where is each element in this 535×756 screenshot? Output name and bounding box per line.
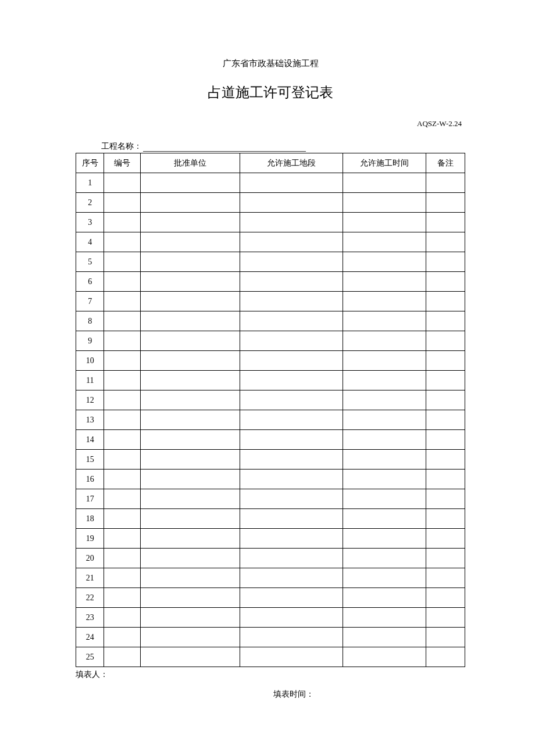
cell-seq: 12 — [76, 390, 104, 410]
cell-approver — [141, 608, 240, 628]
cell-location — [240, 193, 343, 213]
table-row: 25 — [76, 647, 465, 667]
cell-note — [426, 489, 465, 509]
cell-seq: 2 — [76, 193, 104, 213]
cell-seq: 15 — [76, 450, 104, 470]
cell-approver — [141, 311, 240, 331]
cell-location — [240, 311, 343, 331]
cell-time — [343, 213, 426, 232]
cell-num — [104, 371, 141, 390]
table-row: 4 — [76, 232, 465, 252]
cell-location — [240, 489, 343, 509]
cell-time — [343, 628, 426, 647]
table-row: 9 — [76, 331, 465, 351]
cell-time — [343, 430, 426, 450]
cell-location — [240, 608, 343, 628]
cell-seq: 13 — [76, 410, 104, 430]
cell-location — [240, 272, 343, 292]
cell-num — [104, 549, 141, 568]
cell-note — [426, 232, 465, 252]
cell-num — [104, 509, 141, 529]
registration-table: 序号 编号 批准单位 允许施工地段 允许施工时间 备注 123456789101… — [76, 153, 465, 667]
col-header-note: 备注 — [426, 153, 465, 173]
cell-note — [426, 450, 465, 470]
cell-approver — [141, 272, 240, 292]
cell-num — [104, 430, 141, 450]
cell-time — [343, 509, 426, 529]
cell-note — [426, 628, 465, 647]
cell-approver — [141, 232, 240, 252]
cell-approver — [141, 351, 240, 371]
cell-note — [426, 371, 465, 390]
cell-time — [343, 331, 426, 351]
table-row: 22 — [76, 588, 465, 608]
document-code: AQSZ-W-2.24 — [76, 119, 465, 128]
table-row: 10 — [76, 351, 465, 371]
cell-location — [240, 568, 343, 588]
table-row: 11 — [76, 371, 465, 390]
cell-note — [426, 351, 465, 371]
cell-seq: 5 — [76, 252, 104, 272]
cell-approver — [141, 647, 240, 667]
table-row: 5 — [76, 252, 465, 272]
cell-approver — [141, 450, 240, 470]
cell-seq: 3 — [76, 213, 104, 232]
cell-seq: 16 — [76, 470, 104, 489]
cell-location — [240, 351, 343, 371]
document-subtitle: 广东省市政基础设施工程 — [76, 58, 465, 69]
cell-note — [426, 272, 465, 292]
document-title: 占道施工许可登记表 — [76, 83, 465, 102]
cell-seq: 11 — [76, 371, 104, 390]
cell-seq: 21 — [76, 568, 104, 588]
cell-approver — [141, 213, 240, 232]
cell-seq: 8 — [76, 311, 104, 331]
cell-location — [240, 410, 343, 430]
project-name-label: 工程名称： — [101, 142, 142, 151]
cell-location — [240, 470, 343, 489]
cell-seq: 25 — [76, 647, 104, 667]
cell-note — [426, 213, 465, 232]
cell-time — [343, 489, 426, 509]
cell-num — [104, 292, 141, 311]
cell-note — [426, 470, 465, 489]
cell-note — [426, 608, 465, 628]
cell-seq: 4 — [76, 232, 104, 252]
cell-location — [240, 292, 343, 311]
cell-approver — [141, 193, 240, 213]
cell-approver — [141, 489, 240, 509]
cell-location — [240, 252, 343, 272]
cell-location — [240, 232, 343, 252]
cell-approver — [141, 588, 240, 608]
cell-seq: 7 — [76, 292, 104, 311]
cell-num — [104, 647, 141, 667]
cell-num — [104, 331, 141, 351]
filler-label: 填表人： — [76, 669, 108, 680]
cell-location — [240, 390, 343, 410]
cell-time — [343, 371, 426, 390]
cell-approver — [141, 430, 240, 450]
cell-seq: 1 — [76, 173, 104, 193]
cell-time — [343, 410, 426, 430]
cell-time — [343, 272, 426, 292]
table-row: 7 — [76, 292, 465, 311]
cell-time — [343, 470, 426, 489]
table-row: 12 — [76, 390, 465, 410]
cell-time — [343, 193, 426, 213]
cell-time — [343, 608, 426, 628]
table-row: 14 — [76, 430, 465, 450]
cell-seq: 23 — [76, 608, 104, 628]
cell-location — [240, 529, 343, 549]
table-row: 2 — [76, 193, 465, 213]
cell-note — [426, 549, 465, 568]
cell-seq: 9 — [76, 331, 104, 351]
cell-time — [343, 173, 426, 193]
cell-approver — [141, 529, 240, 549]
cell-seq: 20 — [76, 549, 104, 568]
cell-location — [240, 430, 343, 450]
cell-num — [104, 410, 141, 430]
cell-time — [343, 351, 426, 371]
cell-note — [426, 647, 465, 667]
cell-location — [240, 331, 343, 351]
col-header-num: 编号 — [104, 153, 141, 173]
cell-time — [343, 568, 426, 588]
